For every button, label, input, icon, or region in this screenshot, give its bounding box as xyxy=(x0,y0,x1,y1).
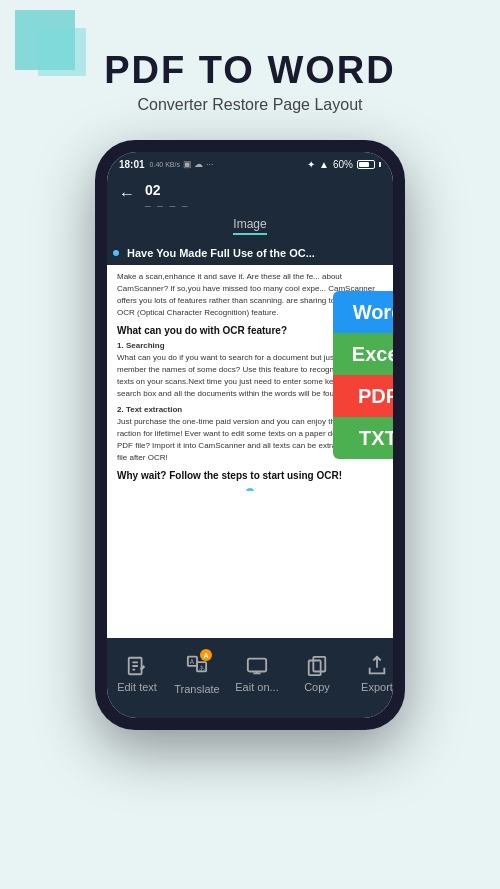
battery-bar xyxy=(357,160,375,169)
doc-heading-bar: Have You Made Full Use of the OC... xyxy=(107,241,393,265)
back-button[interactable]: ← xyxy=(119,185,135,203)
svg-text:あ: あ xyxy=(199,664,205,672)
toolbar-translate[interactable]: A あ A Translate xyxy=(167,653,227,695)
svg-text:A: A xyxy=(190,658,195,665)
document-content: Have You Made Full Use of the OC... Make… xyxy=(107,241,393,491)
page-title: PDF TO WORD xyxy=(0,50,500,92)
monitor-icon xyxy=(246,655,268,677)
toolbar-export[interactable]: Export xyxy=(347,655,393,693)
notification-icon: ▣ ☁ ··· xyxy=(183,159,214,169)
nav-dots: _ _ _ _ xyxy=(145,196,190,207)
format-txt-button[interactable]: TXT xyxy=(333,417,393,459)
battery-tip xyxy=(379,162,381,167)
edit-icon xyxy=(126,655,148,677)
format-excel-button[interactable]: Excel xyxy=(333,333,393,375)
wifi-icon: ▲ xyxy=(319,159,329,170)
doc-item-1-number: 1. Searching xyxy=(117,341,165,350)
format-word-button[interactable]: Word xyxy=(333,291,393,333)
bottom-toolbar: Edit text A あ A Translate xyxy=(107,638,393,718)
doc-heading-text: Have You Made Full Use of the OC... xyxy=(117,247,383,259)
doc-item-2-number: 2. Text extraction xyxy=(117,405,182,414)
connector-dot xyxy=(246,488,254,491)
page-subtitle: Converter Restore Page Layout xyxy=(0,96,500,114)
bluetooth-icon: ✦ xyxy=(307,159,315,170)
toolbar-copy[interactable]: Copy xyxy=(287,655,347,693)
phone-mockup: 18:01 0.40 KB/s ▣ ☁ ··· ✦ ▲ 60% ← xyxy=(95,140,405,730)
svg-rect-11 xyxy=(313,657,325,672)
format-txt-label: TXT xyxy=(359,427,393,450)
heading-dot xyxy=(113,250,119,256)
format-buttons: Word Excel PDF TXT xyxy=(333,291,393,459)
format-word-label: Word xyxy=(353,301,393,324)
translate-icon-wrapper: A あ A xyxy=(186,653,208,679)
format-excel-label: Excel xyxy=(352,343,393,366)
export-icon xyxy=(366,655,388,677)
toolbar-export-label: Export xyxy=(361,681,393,693)
status-icons: ✦ ▲ 60% xyxy=(307,159,381,170)
image-tab[interactable]: Image xyxy=(107,212,393,241)
image-tab-label: Image xyxy=(233,217,266,235)
header: PDF TO WORD Converter Restore Page Layou… xyxy=(0,20,500,114)
status-kb: 0.40 KB/s xyxy=(150,161,180,168)
doc-section2-title: Why wait? Follow the steps to start usin… xyxy=(117,468,383,483)
status-time: 18:01 xyxy=(119,159,145,170)
svg-rect-8 xyxy=(248,659,266,672)
toolbar-edit-label: Edit text xyxy=(117,681,157,693)
copy-icon xyxy=(306,655,328,677)
svg-rect-12 xyxy=(309,661,321,676)
phone-nav: ← 02 _ _ _ _ xyxy=(107,176,393,212)
format-pdf-label: PDF xyxy=(358,385,393,408)
toolbar-copy-label: Copy xyxy=(304,681,330,693)
translate-badge: A xyxy=(200,649,212,661)
toolbar-edit-on[interactable]: Eait on... xyxy=(227,655,287,693)
toolbar-edit-on-label: Eait on... xyxy=(235,681,278,693)
battery-percent: 60% xyxy=(333,159,353,170)
toolbar-translate-label: Translate xyxy=(174,683,219,695)
status-bar: 18:01 0.40 KB/s ▣ ☁ ··· ✦ ▲ 60% xyxy=(107,152,393,176)
format-pdf-button[interactable]: PDF xyxy=(333,375,393,417)
toolbar-edit-text[interactable]: Edit text xyxy=(107,655,167,693)
